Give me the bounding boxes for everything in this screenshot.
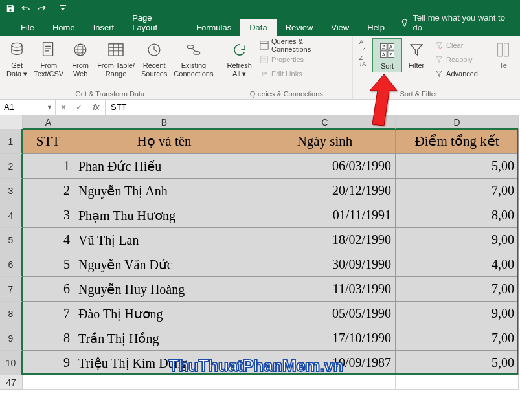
empty-cell[interactable]: [23, 375, 74, 390]
svg-text:Z: Z: [382, 44, 385, 50]
data-cell[interactable]: Nguyễn Văn Đức: [74, 252, 254, 277]
refresh-all-button[interactable]: Refresh All ▾: [224, 38, 254, 79]
tab-data[interactable]: Data: [240, 19, 276, 36]
data-cell[interactable]: Phan Đức Hiếu: [74, 154, 254, 179]
save-icon[interactable]: [4, 2, 17, 15]
enter-formula-button[interactable]: ✓: [71, 103, 87, 112]
data-cell[interactable]: 10/09/1987: [254, 351, 396, 375]
sort-asc-button[interactable]: A↓Z: [356, 38, 370, 52]
data-cell[interactable]: 9: [23, 351, 74, 375]
formula-input[interactable]: STT: [106, 100, 520, 115]
data-cell[interactable]: 3: [23, 203, 74, 228]
data-cell[interactable]: 8,00: [396, 203, 519, 228]
row-header[interactable]: 9: [0, 326, 23, 351]
sort-desc-button[interactable]: Z↓A: [356, 54, 370, 68]
tab-home[interactable]: Home: [43, 19, 84, 36]
data-cell[interactable]: 05/05/1990: [254, 302, 396, 326]
row-header[interactable]: 47: [0, 375, 23, 390]
data-cell[interactable]: Phạm Thu Hương: [74, 203, 254, 228]
data-cell[interactable]: 8: [23, 326, 74, 351]
tab-formulas[interactable]: Formulas: [187, 19, 240, 36]
row-header[interactable]: 8: [0, 302, 23, 326]
header-cell[interactable]: Điểm tổng kết: [396, 129, 519, 154]
data-cell[interactable]: 18/02/1990: [254, 228, 396, 252]
data-cell[interactable]: 06/03/1990: [254, 154, 396, 179]
data-cell[interactable]: 7,00: [396, 277, 519, 302]
group-label: Get & Transform Data: [4, 89, 216, 98]
data-cell[interactable]: 7,00: [396, 326, 519, 351]
row-header[interactable]: 10: [0, 351, 23, 375]
get-data-button[interactable]: Get Data ▾: [4, 38, 30, 79]
empty-cell[interactable]: [254, 375, 396, 390]
data-cell[interactable]: 5: [23, 252, 74, 277]
data-cell[interactable]: 1: [23, 154, 74, 179]
redo-icon[interactable]: [35, 2, 48, 15]
data-cell[interactable]: 01/11/1991: [254, 203, 396, 228]
data-cell[interactable]: 6: [23, 277, 74, 302]
tab-view[interactable]: View: [322, 19, 358, 36]
data-cell[interactable]: 17/10/1990: [254, 326, 396, 351]
sort-button[interactable]: ZAAZ Sort: [372, 38, 402, 72]
data-cell[interactable]: 20/12/1990: [254, 179, 396, 203]
data-cell[interactable]: 9,00: [396, 302, 519, 326]
text-to-columns-button[interactable]: Te: [490, 38, 516, 71]
group-queries-connections: Refresh All ▾ Queries & Connections Prop…: [220, 36, 353, 99]
tell-me-search[interactable]: Tell me what you want to do: [394, 9, 520, 36]
name-box[interactable]: A1 ▼: [0, 100, 56, 115]
empty-cell[interactable]: [396, 375, 519, 390]
row-header[interactable]: 6: [0, 252, 23, 277]
data-cell[interactable]: Triệu Thị Kim Dung: [74, 351, 254, 375]
data-cell[interactable]: 4,00: [396, 252, 519, 277]
data-cell[interactable]: 5,00: [396, 351, 519, 375]
tab-insert[interactable]: Insert: [84, 19, 124, 36]
tab-file[interactable]: File: [12, 19, 43, 36]
col-header-C[interactable]: C: [254, 115, 396, 129]
row-header[interactable]: 7: [0, 277, 23, 302]
customize-qat-icon[interactable]: [56, 2, 69, 15]
cancel-formula-button[interactable]: ✕: [56, 103, 71, 112]
data-cell[interactable]: Đào Thị Hương: [74, 302, 254, 326]
svg-point-6: [187, 45, 194, 49]
data-cell[interactable]: 7: [23, 302, 74, 326]
row-header[interactable]: 2: [0, 154, 23, 179]
header-cell[interactable]: Ngày sinh: [254, 129, 396, 154]
data-cell[interactable]: 9,00: [396, 228, 519, 252]
undo-icon[interactable]: [19, 2, 32, 15]
tab-page-layout[interactable]: Page Layout: [123, 9, 187, 36]
col-header-D[interactable]: D: [396, 115, 519, 129]
data-cell[interactable]: 2: [23, 179, 74, 203]
col-header-B[interactable]: B: [74, 115, 254, 129]
col-header-A[interactable]: A: [23, 115, 74, 129]
row-header[interactable]: 3: [0, 179, 23, 203]
empty-cell[interactable]: [74, 375, 254, 390]
filter-button[interactable]: Filter: [403, 38, 429, 71]
filter-icon: [406, 39, 427, 60]
queries-connections-button[interactable]: Queries & Connections: [256, 38, 348, 52]
data-cell[interactable]: 5,00: [396, 154, 519, 179]
data-cell[interactable]: Vũ Thị Lan: [74, 228, 254, 252]
select-all-corner[interactable]: [0, 115, 23, 129]
advanced-filter-button[interactable]: Advanced: [431, 67, 482, 81]
data-cell[interactable]: Nguyễn Huy Hoàng: [74, 277, 254, 302]
tab-review[interactable]: Review: [277, 19, 322, 36]
row-header[interactable]: 4: [0, 203, 23, 228]
data-cell[interactable]: 30/09/1990: [254, 252, 396, 277]
data-cell[interactable]: 11/03/1990: [254, 277, 396, 302]
data-cell[interactable]: 7,00: [396, 179, 519, 203]
existing-connections-button[interactable]: Existing Connections: [171, 38, 216, 79]
data-cell[interactable]: Trần Thị Hồng: [74, 326, 254, 351]
header-cell[interactable]: STT: [23, 129, 74, 154]
fx-icon[interactable]: fx: [87, 100, 106, 115]
chevron-down-icon[interactable]: ▼: [47, 104, 52, 111]
from-table-range-button[interactable]: From Table/ Range: [95, 38, 137, 79]
data-cell[interactable]: 4: [23, 228, 74, 252]
row-header[interactable]: 5: [0, 228, 23, 252]
tab-help[interactable]: Help: [358, 19, 394, 36]
recent-sources-button[interactable]: Recent Sources: [139, 38, 170, 79]
row-header[interactable]: 1: [0, 129, 23, 154]
from-web-button[interactable]: From Web: [67, 38, 93, 79]
data-cell[interactable]: Nguyễn Thị Anh: [74, 179, 254, 203]
from-text-csv-button[interactable]: From Text/CSV: [31, 38, 66, 79]
header-cell[interactable]: Họ và tên: [74, 129, 254, 154]
reapply-icon: [435, 55, 444, 64]
